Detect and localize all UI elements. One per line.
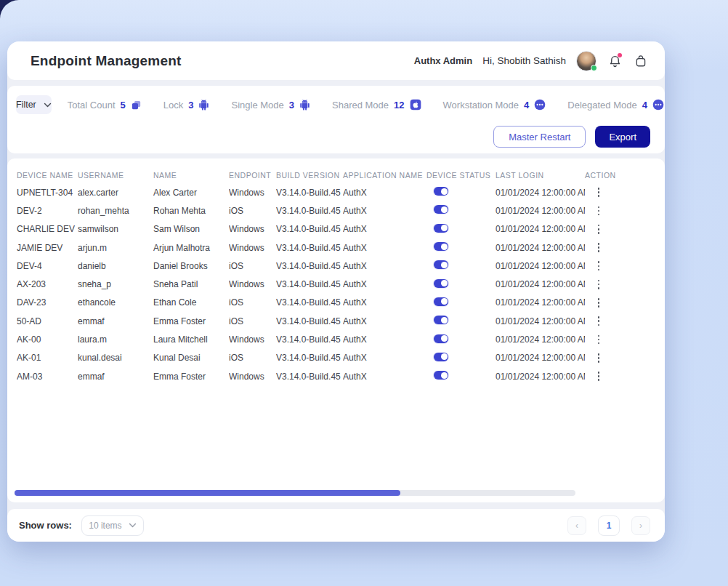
device-status-toggle[interactable] — [434, 334, 448, 343]
row-actions-kebab-icon[interactable] — [594, 335, 604, 345]
cell-device-name: AK-00 — [17, 334, 78, 345]
cell-username: laura.m — [78, 334, 153, 345]
cell-device-status — [426, 187, 496, 198]
page-size-dropdown[interactable]: 10 items — [81, 515, 144, 536]
table-row: DEV-4 danielb Daniel Brooks iOS V3.14.0-… — [7, 257, 665, 275]
cell-username: emmaf — [78, 372, 153, 382]
next-page-button[interactable]: › — [631, 516, 650, 535]
table-footer: Show rows: 10 items ‹ 1 › — [7, 509, 665, 542]
toggle-knob — [441, 244, 448, 250]
cell-device-name: 50-AD — [17, 316, 78, 326]
cell-device-name: AX-203 — [17, 279, 78, 289]
device-status-toggle[interactable] — [434, 205, 448, 214]
row-actions-kebab-icon[interactable] — [594, 316, 604, 326]
cell-name: Emma Foster — [153, 372, 229, 382]
row-actions-kebab-icon[interactable] — [594, 372, 604, 381]
col-name: NAME — [153, 171, 229, 180]
horizontal-scrollbar-track[interactable] — [15, 490, 575, 496]
table-row: DEV-2 rohan_mehta Rohan Mehta iOS V3.14.… — [7, 201, 665, 220]
cell-username: rohan_mehta — [78, 206, 153, 216]
cell-endpoint: Windows — [229, 188, 276, 198]
cell-device-name: CHARLIE DEV — [17, 224, 78, 234]
ellipsis-circle-icon — [534, 99, 546, 111]
cell-endpoint: Windows — [229, 334, 276, 345]
row-actions-kebab-icon[interactable] — [594, 353, 604, 363]
device-status-toggle[interactable] — [434, 260, 448, 269]
cell-last-login: 01/01/2024 12:00:00 AM — [496, 316, 585, 326]
row-actions-kebab-icon[interactable] — [594, 188, 604, 197]
cell-action — [585, 261, 659, 270]
stat-delegated-mode: Delegated Mode 4 — [567, 99, 664, 111]
device-status-toggle[interactable] — [434, 316, 448, 324]
cell-device-name: AK-01 — [17, 353, 78, 363]
cell-build-version: V3.14.0-Build.45 — [276, 297, 343, 308]
cell-build-version: V3.14.0-Build.45 — [276, 279, 343, 289]
cell-build-version: V3.14.0-Build.45 — [276, 316, 343, 326]
device-status-toggle[interactable] — [434, 297, 448, 306]
row-actions-kebab-icon[interactable] — [594, 298, 604, 308]
table-row: 50-AD emmaf Emma Foster iOS V3.14.0-Buil… — [7, 312, 665, 330]
stats-row: Total Count 5 Lock 3 Single Mode 3 — [68, 99, 664, 111]
device-status-toggle[interactable] — [434, 187, 448, 196]
chevron-down-icon — [44, 103, 52, 108]
toggle-knob — [441, 335, 448, 342]
row-actions-kebab-icon[interactable] — [594, 280, 604, 289]
cell-endpoint: Windows — [229, 243, 276, 253]
cell-endpoint: Windows — [229, 372, 276, 382]
cell-last-login: 01/01/2024 12:00:00 AM — [496, 243, 585, 253]
device-status-toggle[interactable] — [434, 279, 448, 288]
cell-application-name: AuthX — [343, 353, 426, 363]
row-actions-kebab-icon[interactable] — [594, 206, 604, 216]
horizontal-scrollbar-thumb[interactable] — [15, 490, 400, 496]
cell-name: Sneha Patil — [153, 279, 229, 289]
filter-panel: Filter Total Count 5 Lock 3 — [7, 86, 665, 153]
device-status-toggle[interactable] — [434, 353, 448, 361]
table-header-row: DEVICE NAME USERNAME NAME ENDPOINT BUILD… — [7, 167, 665, 183]
table-row: DAV-23 ethancole Ethan Cole iOS V3.14.0-… — [7, 294, 665, 312]
user-avatar[interactable] — [576, 51, 596, 71]
cell-name: Daniel Brooks — [153, 261, 229, 271]
cell-application-name: AuthX — [343, 261, 426, 271]
notification-bell-icon[interactable] — [607, 53, 623, 69]
row-actions-kebab-icon[interactable] — [594, 225, 604, 234]
master-restart-button[interactable]: Master Restart — [493, 126, 586, 148]
table-row: AX-203 sneha_p Sneha Patil Windows V3.14… — [7, 275, 665, 293]
current-page-number[interactable]: 1 — [598, 515, 620, 536]
prev-page-button[interactable]: ‹ — [567, 516, 586, 535]
row-actions-kebab-icon[interactable] — [594, 261, 604, 270]
bag-icon[interactable] — [633, 53, 649, 69]
cell-username: ethancole — [78, 297, 153, 308]
toggle-knob — [441, 225, 448, 231]
cell-device-status — [426, 353, 496, 364]
cell-last-login: 01/01/2024 12:00:00 AM — [496, 224, 585, 234]
cell-endpoint: iOS — [229, 206, 276, 216]
col-build-version: BUILD VERSION — [276, 171, 343, 180]
cell-last-login: 01/01/2024 12:00:00 AM — [496, 353, 585, 363]
row-actions-kebab-icon[interactable] — [594, 243, 604, 252]
table-row: UPNETLT-304 alex.carter Alex Carter Wind… — [7, 183, 665, 201]
filter-dropdown[interactable]: Filter — [16, 95, 52, 114]
toggle-knob — [441, 262, 448, 268]
cell-device-name: DEV-2 — [17, 206, 78, 216]
table-row: AM-03 emmaf Emma Foster Windows V3.14.0-… — [7, 367, 665, 385]
cell-build-version: V3.14.0-Build.45 — [276, 353, 343, 363]
device-status-toggle[interactable] — [434, 242, 448, 251]
toggle-knob — [441, 188, 448, 195]
col-username: USERNAME — [78, 171, 153, 180]
cell-endpoint: iOS — [229, 316, 276, 326]
show-rows-label: Show rows: — [19, 520, 72, 531]
android-icon — [299, 100, 310, 111]
stat-total-count: Total Count 5 — [68, 100, 142, 111]
stat-single-mode: Single Mode 3 — [231, 100, 310, 111]
device-status-toggle[interactable] — [434, 371, 448, 380]
cell-build-version: V3.14.0-Build.45 — [276, 261, 343, 271]
export-button[interactable]: Export — [595, 126, 650, 148]
device-status-toggle[interactable] — [434, 224, 448, 233]
cell-build-version: V3.14.0-Build.45 — [276, 334, 343, 345]
cell-name: Arjun Malhotra — [153, 243, 229, 253]
col-application-name: APPLICATION NAME — [343, 171, 426, 180]
cell-username: alex.carter — [78, 188, 153, 198]
cell-device-status — [426, 260, 496, 271]
col-device-status: DEVICE STATUS — [426, 171, 496, 180]
endpoint-management-window: Endpoint Management Authx Admin Hi, Shob… — [7, 41, 665, 542]
